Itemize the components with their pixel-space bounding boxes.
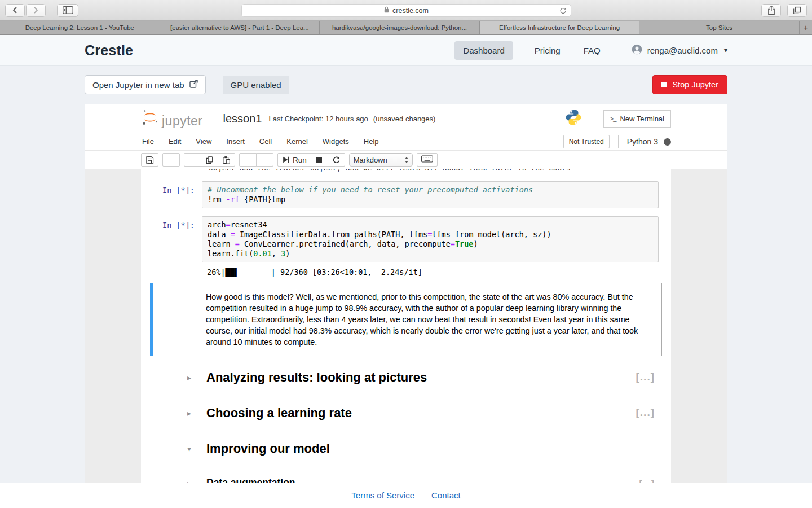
account-menu[interactable]: renga@auclid.com ▾ (632, 44, 727, 56)
site-footer: Terms of Service Contact (0, 483, 812, 508)
menu-widgets[interactable]: Widgets (315, 133, 356, 150)
copy-cells-button[interactable] (201, 153, 218, 167)
checkpoint-status: Last Checkpoint: 12 hours ago (268, 115, 368, 123)
code-cell[interactable]: In [*]:# Uncomment the below if you need… (141, 181, 671, 208)
browser-sidebar-button[interactable] (57, 4, 78, 17)
forward-icon (32, 6, 39, 14)
section-heading[interactable]: Data augmentation (206, 477, 662, 483)
paste-cells-button[interactable] (218, 153, 235, 167)
account-email: renga@auclid.com (647, 46, 718, 55)
contact-link[interactable]: Contact (431, 491, 461, 500)
python-logo-icon (565, 109, 582, 128)
terms-link[interactable]: Terms of Service (351, 491, 414, 500)
move-cell-down-button[interactable] (256, 153, 273, 167)
browser-tab[interactable]: Deep Learning 2: Lesson 1 - YouTube (0, 21, 160, 34)
tab-overview-button[interactable] (787, 4, 807, 17)
collapsed-cells-indicator[interactable]: [...] (636, 371, 655, 383)
menu-file[interactable]: File (141, 133, 161, 150)
new-terminal-button[interactable]: >_ New Terminal (603, 110, 671, 128)
collapsed-cells-indicator[interactable]: [...] (639, 479, 655, 483)
keyboard-icon (421, 155, 433, 164)
reload-icon[interactable] (559, 7, 567, 16)
collapse-chevron-right-icon[interactable]: ▸ (187, 409, 191, 418)
cell-code-input[interactable]: # Uncomment the below if you need to res… (202, 181, 659, 208)
browser-tab[interactable]: hardikvasa/google-images-download: Pytho… (320, 21, 480, 34)
padlock-icon (384, 6, 389, 15)
collapse-chevron-down-icon[interactable]: ▾ (187, 444, 191, 453)
gpu-enabled-badge: GPU enabled (223, 76, 289, 94)
nav-divider (612, 45, 612, 55)
save-status: (unsaved changes) (373, 115, 436, 123)
collapse-chevron-right-icon[interactable]: ▸ (187, 479, 191, 483)
nav-pricing[interactable]: Pricing (533, 46, 562, 55)
url-text: crestle.com (392, 7, 429, 15)
screen: crestle.com Deep Learning 2: Lesson 1 - … (0, 0, 812, 508)
menu-kernel[interactable]: Kernel (279, 133, 315, 150)
move-cell-up-button[interactable] (239, 153, 257, 167)
jupyter-app: jupyter lesson1 Last Checkpoint: 12 hour… (85, 104, 727, 483)
section-heading[interactable]: Analyzing results: looking at pictures (206, 370, 662, 385)
notebook-title[interactable]: lesson1 (223, 112, 262, 125)
tabs-icon (793, 6, 801, 15)
section-heading-row: ▸Analyzing results: looking at pictures[… (150, 370, 662, 386)
markdown-cell[interactable]: How good is this model? Well, as we ment… (150, 283, 662, 356)
jupyter-menubar: FileEditViewInsertCellKernelWidgetsHelp … (85, 133, 727, 151)
open-jupyter-button[interactable]: Open Jupyter in new tab (85, 75, 206, 94)
menu-insert[interactable]: Insert (219, 133, 252, 150)
stop-icon (661, 82, 667, 87)
browser-tab-bar: Deep Learning 2: Lesson 1 - YouTube[easi… (0, 21, 812, 35)
address-bar[interactable]: crestle.com (241, 4, 571, 17)
section-heading[interactable]: Choosing a learning rate (206, 406, 662, 421)
restart-icon (332, 156, 341, 164)
page-body: Open Jupyter in new tab GPU enabled Stop… (0, 66, 812, 483)
jupyter-toolbar: Run Markdown (85, 151, 727, 169)
open-jupyter-label: Open Jupyter in new tab (92, 80, 184, 90)
progress-output: 26%|██▌ | 92/360 [03:26<10:01, 2.24s/it] (207, 268, 671, 277)
cut-cells-button[interactable] (184, 153, 201, 167)
jupyter-logo-word: jupyter (162, 113, 203, 129)
command-palette-button[interactable] (417, 153, 438, 167)
browser-back-button[interactable] (5, 4, 25, 17)
share-button[interactable] (761, 4, 781, 17)
save-button[interactable] (141, 153, 158, 167)
share-icon (767, 5, 775, 15)
new-tab-button[interactable]: + (800, 21, 812, 34)
jupyter-logo[interactable]: jupyter (141, 108, 203, 129)
cell-prompt: In [*]: (141, 216, 202, 262)
collapse-chevron-right-icon[interactable]: ▸ (187, 373, 191, 382)
back-icon (11, 6, 19, 14)
interrupt-kernel-button[interactable] (311, 153, 328, 167)
menu-edit[interactable]: Edit (161, 133, 188, 150)
menu-view[interactable]: View (188, 133, 219, 150)
browser-tab[interactable]: Effortless Infrastructure for Deep Learn… (480, 21, 640, 34)
section-heading[interactable]: Improving our model (206, 441, 662, 456)
code-cell[interactable]: In [*]:arch=resnet34data = ImageClassifi… (141, 216, 671, 262)
chevron-down-icon: ▾ (724, 46, 727, 54)
stop-jupyter-button[interactable]: Stop Jupyter (652, 75, 727, 94)
save-icon (145, 156, 154, 164)
notebook-scroll-area[interactable]: object and the learner object, and we wi… (85, 169, 727, 483)
stop-icon (316, 156, 323, 163)
jupyter-header: jupyter lesson1 Last Checkpoint: 12 hour… (85, 104, 727, 133)
browser-tab[interactable]: [easier alternative to AWS] - Part 1 - D… (160, 21, 320, 34)
menu-cell[interactable]: Cell (252, 133, 279, 150)
crestle-logo[interactable]: Crestle (85, 42, 133, 59)
menu-help[interactable]: Help (356, 133, 386, 150)
cell-code-input[interactable]: arch=resnet34data = ImageClassifierData.… (202, 216, 659, 262)
cell-type-dropdown[interactable]: Markdown (349, 153, 413, 167)
nav-divider (523, 45, 523, 55)
nav-dashboard[interactable]: Dashboard (454, 41, 513, 60)
site-header: Crestle Dashboard Pricing FAQ renga@aucl… (0, 35, 812, 66)
run-button[interactable]: Run (277, 153, 311, 167)
nav-faq[interactable]: FAQ (582, 46, 602, 55)
collapsed-cells-indicator[interactable]: [...] (636, 406, 655, 419)
browser-forward-button[interactable] (26, 4, 46, 17)
kernel-name: Python 3 (627, 137, 658, 146)
markdown-paragraph: How good is this model? Well, as we ment… (206, 291, 654, 348)
trust-status-button[interactable]: Not Trusted (563, 135, 610, 148)
insert-cell-button[interactable] (162, 153, 180, 167)
cell-type-value: Markdown (354, 156, 387, 164)
browser-tab[interactable]: Top Sites (639, 21, 800, 34)
restart-kernel-button[interactable] (328, 153, 345, 167)
kernel-busy-indicator (664, 138, 671, 146)
